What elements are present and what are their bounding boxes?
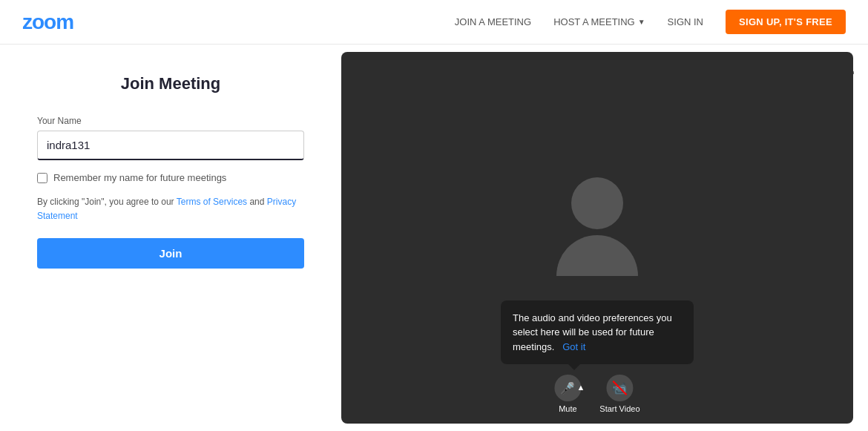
audio-video-tooltip: The audio and video preferences you sele…	[501, 300, 694, 365]
remember-name-checkbox[interactable]	[37, 173, 47, 183]
join-meeting-title: Join Meeting	[37, 74, 304, 93]
video-preview-panel: The audio and video preferences you sele…	[341, 52, 853, 424]
chevron-down-icon: ▼	[638, 18, 645, 26]
video-icon: 📹	[606, 375, 633, 401]
join-meeting-link[interactable]: JOIN A MEETING	[455, 16, 531, 27]
got-it-button[interactable]: Got it	[562, 341, 585, 352]
video-controls: 🎤 Mute ▲ 📹 Start Video	[554, 375, 640, 413]
left-panel: Join Meeting Your Name Remember my name …	[0, 45, 341, 431]
avatar-body	[556, 235, 638, 276]
mute-button[interactable]: 🎤 Mute	[554, 375, 581, 413]
signin-link[interactable]: SIGN IN	[668, 16, 703, 27]
avatar-area	[556, 177, 638, 276]
start-video-button[interactable]: 📹 Start Video	[599, 375, 640, 413]
nav: JOIN A MEETING HOST A MEETING ▼ SIGN IN …	[455, 10, 846, 34]
mute-label: Mute	[559, 404, 576, 413]
main-content: Join Meeting Your Name Remember my name …	[0, 45, 868, 431]
join-button[interactable]: Join	[37, 238, 304, 269]
terms-of-service-link[interactable]: Terms of Services	[177, 197, 247, 207]
header: zoom JOIN A MEETING HOST A MEETING ▼ SIG…	[0, 0, 868, 45]
signup-button[interactable]: SIGN UP, IT'S FREE	[726, 10, 846, 34]
terms-text: By clicking "Join", you agree to our Ter…	[37, 195, 304, 223]
remember-name-label: Remember my name for future meetings	[53, 172, 226, 183]
avatar-head	[571, 177, 623, 229]
name-input[interactable]	[37, 131, 304, 160]
start-video-label: Start Video	[599, 404, 640, 413]
your-name-label: Your Name	[37, 116, 82, 126]
host-meeting-link[interactable]: HOST A MEETING ▼	[553, 16, 645, 27]
mute-expand-icon[interactable]: ▲	[576, 383, 585, 392]
zoom-logo: zoom	[22, 10, 73, 34]
tooltip-text: The audio and video preferences you sele…	[513, 312, 672, 352]
mute-control-group: 🎤 Mute ▲	[554, 375, 585, 413]
remember-name-row: Remember my name for future meetings	[37, 172, 226, 183]
